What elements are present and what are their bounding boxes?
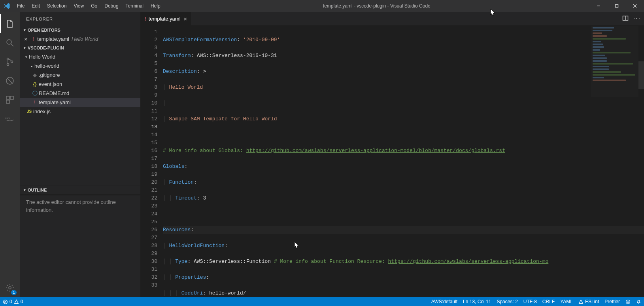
readme-file-icon: ⓘ (31, 90, 39, 97)
gitignore-file-icon: ◆ (31, 72, 39, 78)
status-bar: 0 0 AWS:default Ln 13, Col 11 Spaces: 2 … (0, 297, 644, 306)
json-file-icon: {} (31, 81, 39, 87)
status-prettier[interactable]: Prettier (602, 297, 623, 306)
outline-label: OUTLINE (28, 188, 47, 192)
vscode-logo-icon (0, 2, 13, 10)
activity-explorer-icon[interactable] (0, 14, 20, 33)
open-editor-filename: template.yaml (37, 36, 69, 42)
status-problems[interactable]: 0 0 (0, 297, 26, 306)
activity-search-icon[interactable] (0, 33, 20, 52)
editor-body[interactable]: 1234567891011121314151617181920212223242… (141, 26, 644, 297)
chevron-down-icon: ▾ (21, 28, 28, 32)
section-open-editors[interactable]: ▾ OPEN EDITORS (20, 26, 140, 34)
svg-text:aws: aws (5, 117, 10, 120)
svg-point-23 (629, 301, 629, 302)
outline-message: The active editor cannot provide outline… (20, 194, 140, 297)
tab-label: template.yaml (149, 16, 181, 22)
svg-line-5 (11, 44, 13, 46)
tab-template-yaml[interactable]: ! template.yaml × (141, 12, 191, 25)
activity-debug-icon[interactable] (0, 71, 20, 90)
yaml-file-icon: ! (29, 36, 37, 42)
side-bar: EXPLORER ▾ OPEN EDITORS × ! template.yam… (20, 12, 141, 297)
split-editor-icon[interactable] (622, 15, 629, 23)
tree-file[interactable]: JS index.js (20, 107, 140, 116)
window-maximize-button[interactable] (608, 0, 626, 12)
svg-rect-11 (6, 96, 9, 99)
close-icon[interactable]: × (22, 36, 29, 42)
code-area[interactable]: AWSTemplateFormatVersion: '2010-09-09' T… (163, 26, 644, 297)
menu-bar: File Edit Selection View Go Debug Termin… (13, 0, 164, 12)
title-bar: File Edit Selection View Go Debug Termin… (0, 0, 644, 12)
editor-area: ! template.yaml × ··· 123456789101112131… (141, 12, 644, 297)
activity-settings-icon[interactable]: 1 (0, 278, 20, 297)
svg-point-6 (7, 58, 9, 60)
menu-terminal[interactable]: Terminal (122, 0, 147, 12)
svg-point-15 (9, 287, 11, 289)
tree-file[interactable]: ! template.yaml (20, 98, 140, 107)
window-close-button[interactable] (626, 0, 644, 12)
svg-point-7 (7, 64, 9, 66)
open-editor-path: Hello World (72, 36, 98, 42)
menu-go[interactable]: Go (87, 0, 101, 12)
yaml-file-icon: ! (31, 99, 39, 105)
svg-rect-13 (6, 100, 9, 103)
project-label: VSCODE-PLUGIN (28, 46, 64, 50)
open-editor-item[interactable]: × ! template.yaml Hello World (20, 34, 140, 44)
menu-debug[interactable]: Debug (101, 0, 122, 12)
js-file-icon: JS (25, 109, 33, 114)
tree-label: index.js (33, 108, 51, 114)
tree-label: event.json (39, 81, 62, 87)
menu-view[interactable]: View (70, 0, 87, 12)
status-aws[interactable]: AWS:default (429, 297, 460, 306)
tree-file[interactable]: ◆ .gitignore (20, 70, 140, 80)
status-eslint[interactable]: ESLint (576, 297, 602, 306)
tree-label: .gitignore (39, 72, 60, 78)
activity-bar: aws 1 (0, 12, 20, 297)
chevron-down-icon: ▾ (21, 188, 28, 192)
minimap[interactable] (591, 26, 638, 97)
settings-badge: 1 (11, 290, 17, 295)
status-cursor-position[interactable]: Ln 13, Col 11 (460, 297, 494, 306)
window-title: template.yaml - vscode-plugin - Visual S… (164, 3, 589, 9)
svg-point-21 (626, 300, 630, 304)
tree-file[interactable]: ⓘ README.md (20, 89, 140, 98)
close-icon[interactable]: × (184, 15, 187, 22)
line-number-gutter: 1234567891011121314151617181920212223242… (141, 26, 163, 297)
status-indent[interactable]: Spaces: 2 (494, 297, 520, 306)
tree-folder[interactable]: ▾ Hello World (20, 52, 140, 61)
status-warning-count: 0 (21, 299, 23, 304)
status-eol[interactable]: CRLF (540, 297, 557, 306)
vertical-scrollbar[interactable] (638, 26, 644, 297)
more-actions-icon[interactable]: ··· (633, 15, 641, 22)
status-language[interactable]: YAML (557, 297, 576, 306)
chevron-down-icon: ▾ (21, 46, 28, 50)
svg-rect-1 (616, 5, 618, 8)
section-project[interactable]: ▾ VSCODE-PLUGIN (20, 44, 140, 52)
sidebar-title: EXPLORER (20, 12, 140, 26)
status-error-count: 0 (9, 299, 12, 304)
menu-selection[interactable]: Selection (43, 0, 70, 12)
status-encoding[interactable]: UTF-8 (521, 297, 540, 306)
svg-rect-12 (10, 96, 13, 99)
activity-scm-icon[interactable] (0, 52, 20, 71)
tree-label: Hello World (29, 54, 55, 60)
chevron-right-icon: ▸ (31, 64, 33, 68)
tree-file[interactable]: {} event.json (20, 80, 140, 89)
activity-extensions-icon[interactable] (0, 90, 20, 109)
menu-file[interactable]: File (13, 0, 28, 12)
tree-label: README.md (39, 90, 69, 96)
status-feedback-icon[interactable] (623, 297, 633, 306)
status-bell-icon[interactable] (633, 297, 644, 306)
menu-edit[interactable]: Edit (28, 0, 43, 12)
window-minimize-button[interactable] (589, 0, 608, 12)
tree-folder[interactable]: ▸ hello-world (20, 61, 140, 70)
menu-help[interactable]: Help (147, 0, 164, 12)
yaml-file-icon: ! (145, 16, 146, 22)
tree-label: hello-world (34, 63, 59, 69)
svg-line-10 (7, 78, 13, 84)
svg-point-4 (7, 40, 11, 44)
chevron-down-icon: ▾ (25, 55, 27, 59)
activity-aws-icon[interactable]: aws (0, 109, 20, 128)
section-outline[interactable]: ▾ OUTLINE (20, 186, 140, 194)
tree-label: template.yaml (39, 99, 71, 105)
